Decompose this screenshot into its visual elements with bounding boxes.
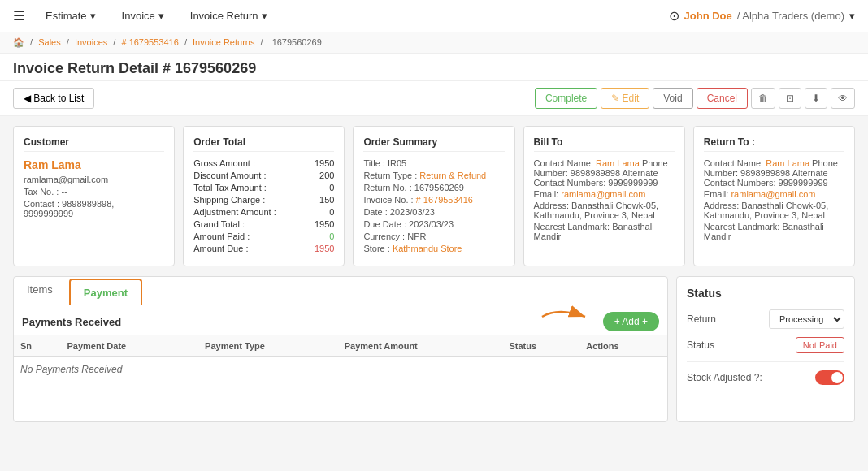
edit-button[interactable]: ✎ Edit — [601, 88, 649, 109]
col-status: Status — [502, 335, 579, 357]
back-button[interactable]: ◀ Back to List — [13, 88, 94, 109]
tab-payment[interactable]: Payment — [69, 279, 142, 305]
user-area: ⊙ John Doe / Alpha Traders (demo) ▾ — [669, 8, 855, 24]
order-total-heading: Order Total — [193, 136, 334, 152]
summary-return-no: Return No. : 1679560269 — [363, 183, 504, 192]
customer-email: ramlama@gmail.com — [24, 175, 164, 184]
amount-paid-row: Amount Paid :0 — [193, 231, 334, 241]
hamburger-icon[interactable]: ☰ — [13, 8, 24, 24]
col-payment-date: Payment Date — [60, 335, 198, 357]
void-button[interactable]: Void — [653, 88, 692, 109]
order-summary-card: Order Summary Title : IR05 Return Type :… — [353, 126, 514, 266]
breadcrumb: 🏠 / Sales / Invoices / # 1679553416 / In… — [0, 32, 868, 54]
bill-contact-name: Contact Name: Ram Lama Phone Number: 989… — [534, 158, 675, 188]
summary-date: Date : 2023/03/23 — [363, 207, 504, 217]
nav-invoice[interactable]: Invoice ▾ — [117, 6, 169, 25]
payment-status-row: Status Not Paid — [687, 337, 844, 353]
order-summary-heading: Order Summary — [363, 136, 504, 152]
bill-landmark: Nearest Landmark: Banasthali Mandir — [534, 222, 675, 241]
summary-return-type: Return Type : Return & Refund — [363, 171, 504, 180]
return-status-row: Return Processing Complete Cancelled — [687, 309, 844, 329]
return-to-card: Return To : Contact Name: Ram Lama Phone… — [693, 126, 855, 266]
bottom-section: Items Payment Payments Received — [13, 276, 855, 422]
page-header: Invoice Return Detail # 1679560269 — [0, 54, 868, 81]
summary-currency: Currency : NPR — [363, 231, 504, 241]
user-company: / Alpha Traders (demo) — [737, 10, 844, 22]
stock-adjusted-row: Stock Adjusted ?: — [687, 361, 844, 385]
breadcrumb-invoices[interactable]: Invoices — [75, 37, 107, 47]
stock-adjusted-toggle[interactable] — [815, 370, 844, 385]
download-button[interactable]: ⬇ — [805, 88, 827, 109]
adjustment-row: Adjustment Amount :0 — [193, 207, 334, 217]
customer-tax: Tax No. : -- — [24, 187, 164, 197]
view-button[interactable]: 👁 — [831, 88, 855, 109]
copy-button[interactable]: ⊡ — [779, 88, 801, 109]
status-panel-title: Status — [687, 287, 844, 300]
stock-label: Stock Adjusted ?: — [687, 372, 762, 383]
amount-due-row: Amount Due :1950 — [193, 244, 334, 253]
add-payment-button[interactable]: + Add + — [603, 312, 659, 331]
payments-header: Payments Received + Add + — [14, 305, 667, 335]
no-payments-message: No Payments Received — [14, 357, 667, 382]
breadcrumb-current: 1679560269 — [272, 37, 322, 47]
return-status-select[interactable]: Processing Complete Cancelled — [769, 309, 844, 329]
customer-heading: Customer — [24, 136, 164, 152]
breadcrumb-invoice-no[interactable]: # 1679553416 — [121, 37, 178, 47]
cancel-button[interactable]: Cancel — [697, 88, 748, 109]
add-wrapper: + Add + — [603, 312, 659, 331]
nav-estimate[interactable]: Estimate ▾ — [41, 6, 101, 25]
breadcrumb-sales[interactable]: Sales — [38, 37, 61, 47]
action-buttons: Complete ✎ Edit Void Cancel 🗑 ⊡ ⬇ 👁 — [535, 88, 855, 109]
github-icon: ⊙ — [669, 8, 679, 24]
customer-card: Customer Ram Lama ramlama@gmail.com Tax … — [13, 126, 175, 266]
arrow-indicator — [538, 305, 595, 328]
customer-contact: Contact : 9898989898, 9999999999 — [24, 199, 164, 218]
summary-invoice-no: Invoice No. : # 1679553416 — [363, 195, 504, 205]
return-email: Email: ramlama@gmail.com — [704, 189, 844, 199]
return-to-heading: Return To : — [704, 136, 844, 152]
user-name: John Doe — [684, 10, 732, 22]
tab-items[interactable]: Items — [14, 277, 66, 305]
left-panel: Items Payment Payments Received — [13, 276, 668, 422]
tabs: Items Payment — [14, 277, 667, 305]
col-actions: Actions — [579, 335, 667, 357]
delete-button[interactable]: 🗑 — [751, 88, 775, 109]
return-label: Return — [687, 313, 716, 325]
not-paid-badge: Not Paid — [796, 337, 844, 353]
nav-invoice-return[interactable]: Invoice Return ▾ — [185, 6, 272, 25]
col-payment-type: Payment Type — [198, 335, 338, 357]
action-bar: ◀ Back to List Complete ✎ Edit Void Canc… — [0, 81, 868, 116]
page-title: Invoice Return Detail # 1679560269 — [13, 60, 855, 77]
summary-due-date: Due Date : 2023/03/23 — [363, 219, 504, 229]
order-total-card: Order Total Gross Amount :1950 Discount … — [183, 126, 345, 266]
info-row: Customer Ram Lama ramlama@gmail.com Tax … — [13, 126, 855, 266]
main-content: Customer Ram Lama ramlama@gmail.com Tax … — [0, 116, 868, 432]
payments-title: Payments Received — [22, 316, 121, 328]
discount-row: Discount Amount :200 — [193, 171, 334, 180]
payment-table: Sn Payment Date Payment Type Payment Amo… — [14, 335, 667, 382]
bill-to-heading: Bill To — [534, 136, 675, 152]
status-label: Status — [687, 339, 714, 351]
bill-to-card: Bill To Contact Name: Ram Lama Phone Num… — [523, 126, 685, 266]
bill-address: Address: Banasthali Chowk-05, Kathmandu,… — [534, 201, 675, 220]
summary-store: Store : Kathmandu Store — [363, 244, 504, 253]
col-payment-amount: Payment Amount — [338, 335, 503, 357]
complete-button[interactable]: Complete — [535, 88, 597, 109]
gross-amount-row: Gross Amount :1950 — [193, 158, 334, 168]
tax-row: Total Tax Amount :0 — [193, 183, 334, 192]
summary-title: Title : IR05 — [363, 158, 504, 168]
return-landmark: Nearest Landmark: Banasthali Mandir — [704, 222, 844, 241]
bill-email: Email: ramlama@gmail.com — [534, 189, 675, 199]
return-contact-name: Contact Name: Ram Lama Phone Number: 989… — [704, 158, 844, 188]
return-address: Address: Banasthali Chowk-05, Kathmandu,… — [704, 201, 844, 220]
breadcrumb-home[interactable]: 🏠 — [13, 37, 24, 47]
breadcrumb-invoice-returns[interactable]: Invoice Returns — [193, 37, 254, 47]
grand-total-row: Grand Total :1950 — [193, 219, 334, 229]
customer-name: Ram Lama — [24, 158, 164, 171]
col-sn: Sn — [14, 335, 60, 357]
top-nav: ☰ Estimate ▾ Invoice ▾ Invoice Return ▾ … — [0, 0, 868, 32]
status-panel: Status Return Processing Complete Cancel… — [676, 276, 855, 422]
shipping-row: Shipping Charge :150 — [193, 195, 334, 205]
